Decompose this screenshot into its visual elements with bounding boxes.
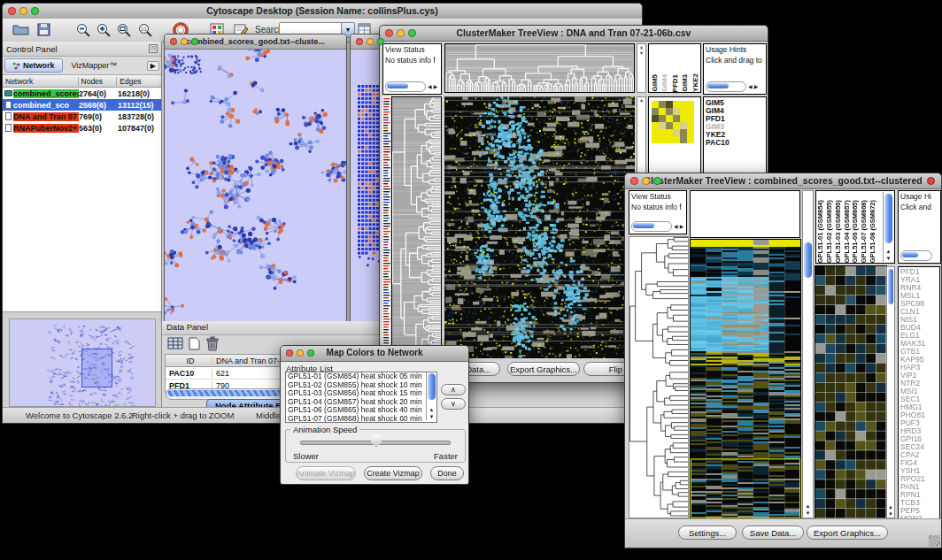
matrix-cell <box>666 101 673 108</box>
tv1-export-graphics-button[interactable]: Export Graphics... <box>507 362 580 376</box>
tv1-gene-text-strip <box>382 96 390 358</box>
tab-network[interactable]: Network <box>4 58 63 73</box>
scroll-up-arrow[interactable]: ▲ <box>427 407 436 412</box>
array-column-label: GPL51-01 (GSM854) <box>817 200 825 263</box>
network-canvas[interactable] <box>165 50 346 322</box>
minimize-button[interactable] <box>19 7 27 15</box>
zoom-in-button[interactable] <box>94 21 113 39</box>
tv2-save-data-button[interactable]: Save Data... <box>742 525 804 540</box>
zoom-button[interactable] <box>191 38 198 45</box>
main-window-controls <box>8 7 39 15</box>
close-button[interactable] <box>385 29 393 37</box>
close-button[interactable] <box>8 7 16 15</box>
tv1-heatmap[interactable] <box>444 96 635 358</box>
zoom-out-button[interactable] <box>73 21 93 39</box>
scroll-left-arrow[interactable]: ◀ <box>428 84 432 89</box>
float-panel-icon[interactable]: ◳ <box>149 44 158 53</box>
tv1-row-dendrogram[interactable] <box>391 96 442 358</box>
tab-overflow-arrow[interactable]: ▶ <box>147 61 159 71</box>
tv2-export-graphics-button[interactable]: Export Graphics... <box>807 525 888 540</box>
network-row[interactable]: combined_sco 2569(6) 13112(15) <box>3 99 161 111</box>
scroll-up-arrow[interactable]: ▲ <box>884 249 893 254</box>
network-view-titlebar[interactable]: combined_scores_good.txt--cluste... <box>165 35 346 50</box>
tv1-column-dendrogram[interactable] <box>444 43 635 93</box>
network-item-icon <box>5 124 12 132</box>
tv2-labels-scrollbar[interactable]: ▲ ▼ <box>883 192 893 262</box>
minimize-button[interactable] <box>367 38 374 45</box>
main-titlebar[interactable]: Cytoscape Desktop (Session Name: collins… <box>3 4 642 19</box>
save-session-button[interactable] <box>35 21 54 39</box>
zoom-button[interactable] <box>377 38 384 45</box>
speed-slider-thumb[interactable] <box>371 435 382 448</box>
network-edges-count: 16218(0) <box>118 89 162 98</box>
array-column-label: GPL51-03 (GSM856) <box>835 200 843 263</box>
scroll-down-arrow[interactable]: ▼ <box>884 256 893 261</box>
scroll-right-arrow[interactable]: ▶ <box>434 84 438 89</box>
zoom-button[interactable] <box>408 29 416 37</box>
scroll-down-arrow[interactable]: ▼ <box>887 511 894 517</box>
tv1-correlation-matrix[interactable] <box>652 101 694 143</box>
zoom-button[interactable] <box>31 7 39 15</box>
tv2-zoom-heatmap[interactable] <box>815 266 886 518</box>
tv1-top-scroll-strip[interactable]: ▴▾ <box>637 43 646 93</box>
scroll-up-arrow[interactable]: ▲ <box>887 504 894 510</box>
matrix-cell <box>680 101 687 108</box>
network-row[interactable]: RNAPuberNov2+ 563(0) 107847(0) <box>3 122 161 134</box>
move-down-button[interactable]: ∨ <box>441 398 466 410</box>
scroll-right-arrow[interactable]: ▶ <box>754 84 759 89</box>
attribute-item[interactable]: GPL51-07 (GSM868) heat shock 60 min <box>286 415 425 424</box>
delete-attribute-button[interactable] <box>205 336 220 355</box>
zoom-fit-button[interactable] <box>114 21 134 39</box>
close-button[interactable] <box>286 349 293 357</box>
background-window-close-light[interactable] <box>927 177 935 185</box>
listbox-scrollbar[interactable]: ▲ ▼ <box>426 372 436 420</box>
vscroll-thumb[interactable] <box>804 242 812 278</box>
minimize-button[interactable] <box>642 177 650 185</box>
minimize-button[interactable] <box>297 349 304 357</box>
tv2-status-scrollbar[interactable]: ◀ ▶ <box>631 221 683 232</box>
minimize-button[interactable] <box>181 38 188 45</box>
zoom-button[interactable] <box>307 349 314 357</box>
network-overview-canvas[interactable] <box>9 318 156 407</box>
tab-vizmapper[interactable]: VizMapper™ <box>65 60 125 71</box>
close-button[interactable] <box>170 38 177 45</box>
tv2-row-dendrogram[interactable] <box>629 236 689 518</box>
minimize-button[interactable] <box>397 29 405 37</box>
scroll-left-arrow[interactable]: ◀ <box>674 224 678 229</box>
tv2-usage-hints-panel: Usage Hi Click and <box>898 190 941 264</box>
tv2-settings-button[interactable]: Settings... <box>678 525 737 540</box>
open-file-button[interactable] <box>12 21 31 39</box>
treeview1-titlebar[interactable]: ClusterMaker TreeView : DNA and Tran 07-… <box>380 26 768 42</box>
array-column-label: YKE2 <box>691 73 699 92</box>
tv2-zoom-vscrollbar[interactable]: ▲ ▼ <box>886 266 895 518</box>
treeview2-window: ClusterMaker TreeView : combined_scores_… <box>624 173 942 548</box>
animate-vizmap-button[interactable]: Animate Vizmap <box>296 466 356 480</box>
network-row[interactable]: combined_scores 2764(0) 16218(0) <box>3 88 161 99</box>
close-button[interactable] <box>630 177 638 185</box>
tv1-status-scrollbar[interactable]: ◀ ▶ <box>385 81 437 92</box>
create-vizmap-button[interactable]: Create Vizmap <box>364 466 422 480</box>
network-row[interactable]: DNA and Tran 07 769(0) 183728(0) <box>3 111 161 122</box>
zoom-button[interactable] <box>653 177 661 185</box>
new-attribute-button[interactable] <box>189 337 200 354</box>
tv2-usage-scrollbar[interactable] <box>900 250 932 261</box>
network-nodes-count: 769(0) <box>79 112 118 121</box>
tv2-heatmap[interactable] <box>691 240 800 518</box>
scroll-up-arrow[interactable]: ▲ <box>803 503 813 509</box>
zoom-selected-button[interactable]: 1:1 <box>135 21 155 39</box>
move-up-button[interactable]: ∧ <box>441 384 466 395</box>
attribute-listbox[interactable]: GPL51-01 (GSM854) heat shock 05 minGPL51… <box>285 372 437 423</box>
dialog-titlebar[interactable]: Map Colors to Network <box>281 346 468 362</box>
resize-grip[interactable] <box>929 535 940 547</box>
treeview2-titlebar[interactable]: ClusterMaker TreeView : combined_scores_… <box>625 173 941 189</box>
scroll-down-arrow[interactable]: ▼ <box>427 414 436 419</box>
tv1-usage-scrollbar[interactable]: ◀ ▶ <box>706 81 758 92</box>
close-button[interactable] <box>356 38 363 45</box>
scroll-down-arrow[interactable]: ▼ <box>803 510 813 516</box>
scroll-right-arrow[interactable]: ▶ <box>680 224 684 229</box>
map-colors-dialog: Map Colors to Network Attribute List GPL… <box>280 345 469 485</box>
tv2-main-vscrollbar[interactable]: ▲ ▼ <box>802 190 814 518</box>
done-button[interactable]: Done <box>430 466 464 480</box>
attribute-select-button[interactable] <box>167 337 183 353</box>
scroll-left-arrow[interactable]: ◀ <box>748 84 753 89</box>
